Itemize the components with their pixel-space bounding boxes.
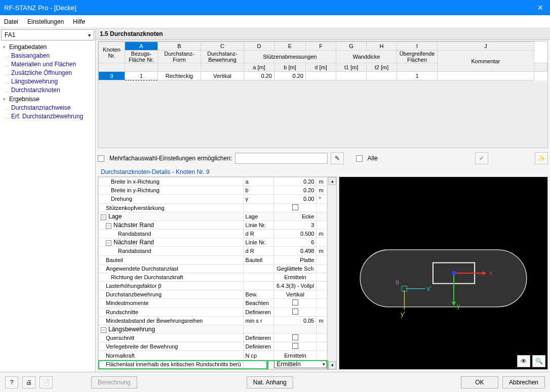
check-icon[interactable]: ✔ <box>475 152 488 164</box>
row-mindestabstand[interactable]: Mindestabstand der Bewehrungsreihen <box>99 316 244 325</box>
col-letter-j[interactable]: J <box>438 42 534 51</box>
row-rundschnitte[interactable]: Rundschnitte <box>99 308 244 316</box>
row-stuetzenkopf[interactable]: Stützenkopfverstärkung <box>99 203 244 212</box>
cell-komm[interactable] <box>438 72 534 80</box>
tree-laengsbewehrung[interactable]: Längsbewehrung <box>11 77 95 86</box>
checkbox[interactable] <box>292 343 298 349</box>
viewport-3d[interactable]: x y 9 x' y' 👁 🔍 <box>339 177 548 370</box>
row-verlegebreite[interactable]: Verlegebreite der Bewehrung <box>99 342 244 351</box>
cell-a[interactable]: 0.20 <box>244 72 274 80</box>
svg-rect-0 <box>360 250 527 307</box>
nat-anhang-button[interactable]: Nat. Anhang <box>247 376 293 388</box>
details-grid[interactable]: Breite in x-Richtunga0.20m Breite in y-R… <box>98 177 337 370</box>
export-icon[interactable]: 📄 <box>40 376 53 388</box>
multi-input[interactable] <box>235 153 327 164</box>
cell-t2[interactable] <box>367 72 397 80</box>
col-letter-g[interactable]: G <box>336 42 367 51</box>
cell-b[interactable]: 0.20 <box>274 72 306 80</box>
print-icon[interactable]: 🖨 <box>22 376 35 388</box>
menu-datei[interactable]: Datei <box>4 18 18 25</box>
nav-tree: ▾Eingabedaten Basisangaben Materialien u… <box>0 41 95 123</box>
scrollbar[interactable]: ▴ ▾ <box>327 177 336 369</box>
menu-hilfe[interactable]: Hilfe <box>73 18 85 25</box>
row-laengsbewehrung[interactable]: Längsbewehrung <box>108 326 155 333</box>
col-letter-i[interactable]: I <box>397 42 438 51</box>
row-randabstand-2[interactable]: Randabstand <box>99 247 244 255</box>
col-bezugsflaeche: Bezugs- Fläche Nr. <box>125 51 158 63</box>
col-letter-f[interactable]: F <box>306 42 336 51</box>
tree-oeffnungen[interactable]: Zusätzliche Öffnungen <box>11 69 95 77</box>
checkbox[interactable] <box>292 309 298 315</box>
close-icon[interactable]: × <box>534 3 546 13</box>
cell-form[interactable]: Rechteckig <box>158 72 201 80</box>
cell-bew[interactable]: Vertikal <box>201 72 244 80</box>
titlebar: RF-STANZ Pro - [Decke] × <box>0 0 550 15</box>
eye-icon[interactable]: 👁 <box>517 355 530 367</box>
collapse-icon[interactable]: − <box>106 240 111 246</box>
wand-icon[interactable]: ✨ <box>535 152 548 164</box>
row-durchstanzlast[interactable]: Angewendete Durchstanzlast <box>99 264 244 273</box>
tree-basis[interactable]: Basisangaben <box>11 52 95 60</box>
multi-checkbox[interactable] <box>98 155 104 162</box>
grid-row[interactable]: 9 1 Rechteckig Vertikal 0.20 0.20 1 <box>99 72 547 80</box>
checkbox[interactable] <box>292 299 298 306</box>
row-lasterhoehung[interactable]: Lasterhöhungsfaktor β <box>99 282 244 290</box>
berechnung-button[interactable]: Berechnung <box>91 376 137 388</box>
top-grid[interactable]: Knoten Nr. A B C D E F G H I J Bezugs- F… <box>98 41 548 148</box>
row-durchstanzbewehrung[interactable]: Durchstanzbewehrung <box>99 290 244 299</box>
checkbox[interactable] <box>292 204 298 210</box>
tree-erf-durchstanzbewehrung[interactable]: Erf. Durchstanzbewehrung <box>11 112 95 121</box>
cell-t1[interactable] <box>336 72 367 80</box>
flaechenlast-dropdown[interactable]: Ermitteln ▾ <box>274 360 327 368</box>
row-normalkraft[interactable]: Normalkraft <box>99 351 244 360</box>
help-icon[interactable]: ? <box>5 376 18 388</box>
cell-knoten[interactable]: 9 <box>99 72 125 80</box>
col-a: a [m] <box>244 63 274 72</box>
tree-eingabedaten[interactable]: Eingabedaten <box>9 43 47 51</box>
menu-einstellungen[interactable]: Einstellungen <box>27 18 64 25</box>
scroll-down-icon[interactable]: ▾ <box>328 361 336 369</box>
tree-materialien[interactable]: Materialien und Flächen <box>11 60 95 69</box>
tree-ergebnisse[interactable]: Ergebnisse <box>9 96 40 103</box>
chevron-down-icon: ▾ <box>323 362 325 367</box>
row-rand-2[interactable]: Nächster Rand <box>113 239 154 246</box>
abbrechen-button[interactable]: Abbrechen <box>502 376 545 388</box>
row-randabstand-1[interactable]: Randabstand <box>99 230 244 238</box>
row-mindestmomente[interactable]: Mindestmomente <box>99 299 244 308</box>
col-dbew: Durchstanz- Bewehrung <box>201 51 244 63</box>
cell-flaeche[interactable]: 1 <box>125 72 158 80</box>
row-breite-y[interactable]: Breite in y-Richtung <box>99 186 244 195</box>
cell-d[interactable] <box>306 72 336 80</box>
tree-durchstanzknoten[interactable]: Durchstanzknoten <box>11 86 95 95</box>
col-letter-h[interactable]: H <box>367 42 397 51</box>
row-bauteil[interactable]: Bauteil <box>99 255 244 264</box>
col-letter-d[interactable]: D <box>244 42 274 51</box>
collapse-icon[interactable]: ▾ <box>3 45 9 50</box>
row-lage[interactable]: Lage <box>108 213 122 220</box>
row-richtung[interactable]: Richtung der Durchstanzkraft <box>99 273 244 281</box>
collapse-icon[interactable]: − <box>106 223 111 229</box>
col-letter-a[interactable]: A <box>125 42 158 51</box>
pick-icon[interactable]: ✎ <box>331 152 344 164</box>
col-letter-c[interactable]: C <box>201 42 244 51</box>
col-letter-b[interactable]: B <box>158 42 201 51</box>
cell-ueberg[interactable]: 1 <box>397 72 438 80</box>
fa-select[interactable]: FA1 ▾ <box>1 29 94 40</box>
scroll-up-icon[interactable]: ▴ <box>328 177 336 185</box>
col-letter-e[interactable]: E <box>274 42 306 51</box>
row-drehung[interactable]: Drehung <box>99 195 244 203</box>
row-rand-1[interactable]: Nächster Rand <box>113 222 154 229</box>
col-wanddicke: Wanddicke <box>336 51 397 63</box>
menubar: Datei Einstellungen Hilfe <box>0 15 550 28</box>
alle-checkbox[interactable] <box>356 155 363 162</box>
row-flaechenlast[interactable]: Flächenlast innerhalb des kritischen Run… <box>99 360 244 369</box>
collapse-icon[interactable]: − <box>101 327 106 333</box>
collapse-icon[interactable]: ▾ <box>3 97 9 102</box>
row-breite-x[interactable]: Breite in x-Richtung <box>99 178 244 186</box>
zoom-icon[interactable]: 🔍 <box>532 355 545 367</box>
ok-button[interactable]: OK <box>461 376 498 388</box>
row-querschnitt[interactable]: Querschnitt <box>99 334 244 342</box>
tree-durchstanznachweise[interactable]: Durchstanznachweise <box>11 104 95 112</box>
checkbox[interactable] <box>292 334 298 340</box>
collapse-icon[interactable]: − <box>101 214 106 220</box>
